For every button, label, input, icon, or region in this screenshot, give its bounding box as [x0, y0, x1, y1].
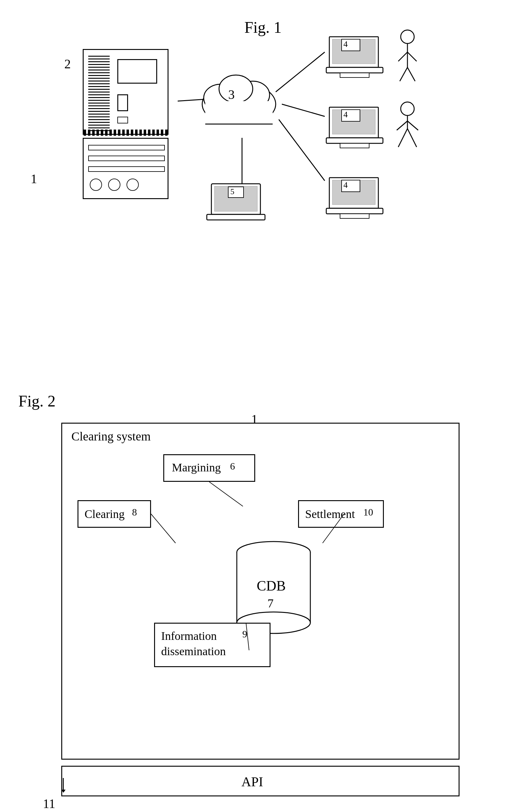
fig2-arrow-11-head	[61, 789, 66, 793]
svg-text:7: 7	[268, 596, 273, 610]
svg-text:CDB: CDB	[257, 578, 286, 594]
server-slot3	[88, 166, 165, 172]
svg-line-43	[398, 129, 408, 147]
svg-rect-14	[207, 214, 265, 220]
fig2-title: Fig. 2	[18, 392, 55, 410]
fig1-title: Fig. 1	[244, 18, 282, 37]
server-slot1	[88, 145, 165, 150]
svg-text:5: 5	[230, 187, 234, 196]
server-button1	[90, 178, 102, 191]
laptop: 5	[205, 181, 267, 231]
person-specialist	[392, 100, 423, 156]
svg-point-35	[401, 30, 414, 43]
svg-rect-27	[326, 138, 383, 143]
label-1: 1	[31, 172, 37, 186]
svg-line-38	[408, 52, 417, 61]
svg-rect-33	[326, 208, 383, 214]
svg-text:4: 4	[343, 39, 348, 49]
svg-point-9	[219, 75, 253, 103]
svg-text:4: 4	[343, 180, 348, 190]
margining-box: Margining 6	[163, 454, 255, 482]
server-button2	[108, 178, 120, 191]
information-label2: dissemination	[161, 644, 226, 658]
workstation-drive1	[117, 95, 128, 111]
workstation-screen	[117, 59, 157, 84]
svg-line-37	[398, 52, 408, 61]
computer-bot-svg: 4	[325, 169, 386, 220]
computer-mid-right: 4	[325, 98, 386, 151]
clearing-label: Clearing	[85, 507, 125, 521]
svg-line-54	[209, 482, 243, 506]
information-num: 9	[242, 628, 247, 640]
svg-line-40	[408, 68, 415, 81]
computer-top-svg: 4	[325, 28, 386, 79]
svg-line-4	[279, 119, 325, 181]
svg-line-3	[282, 104, 325, 116]
fig1-diagram: Fig. 1 2 1	[0, 9, 526, 377]
clearing-system-label: Clearing system	[71, 429, 151, 444]
settlement-box: Settlement 10	[298, 500, 384, 528]
fig2-diagram: Fig. 2 1 Clearing system Margining 6 CD	[0, 392, 526, 812]
label-3: 3	[228, 87, 234, 102]
fig2-label-11: 11	[43, 796, 55, 811]
margining-num: 6	[230, 461, 235, 472]
information-label1: Information	[161, 629, 217, 643]
fig2-arrow-11	[63, 778, 64, 790]
margining-label: Margining	[172, 461, 221, 474]
workstation-lines	[88, 55, 110, 131]
workstation-drive2	[117, 117, 128, 124]
workstation	[83, 49, 169, 135]
settlement-label: Settlement	[305, 507, 355, 521]
server-slot2	[88, 156, 165, 161]
svg-rect-22	[340, 73, 369, 77]
svg-rect-34	[340, 214, 369, 218]
laptop-svg: 5	[205, 181, 267, 230]
svg-point-41	[401, 102, 414, 115]
svg-rect-21	[326, 68, 383, 73]
svg-line-55	[151, 514, 175, 543]
svg-line-44	[408, 129, 417, 147]
person-standing-svg	[392, 28, 423, 83]
cloud-network	[190, 58, 288, 126]
computer-top-right: 4	[325, 28, 386, 81]
information-box: Information 9 dissemination	[154, 623, 270, 667]
settlement-num: 10	[363, 507, 373, 518]
svg-line-39	[400, 68, 408, 81]
label-2: 2	[64, 57, 71, 71]
computer-mid-svg: 4	[325, 98, 386, 150]
svg-rect-10	[205, 101, 273, 126]
person-specialist-svg	[392, 100, 423, 155]
server-button3	[127, 178, 139, 191]
workstation-bottom	[84, 130, 169, 136]
person-standing	[392, 28, 423, 84]
svg-line-45	[397, 121, 408, 130]
svg-rect-28	[340, 143, 369, 148]
api-box: API	[61, 766, 459, 796]
svg-line-46	[408, 121, 418, 130]
svg-text:4: 4	[343, 110, 348, 119]
clearing-box: Clearing 8	[77, 500, 151, 528]
computer-bot-right: 4	[325, 169, 386, 222]
clearing-system-box: Clearing system Margining 6 CDB 7	[61, 423, 459, 759]
server-unit	[83, 138, 169, 199]
api-label: API	[241, 774, 263, 789]
clearing-num: 8	[132, 507, 137, 518]
